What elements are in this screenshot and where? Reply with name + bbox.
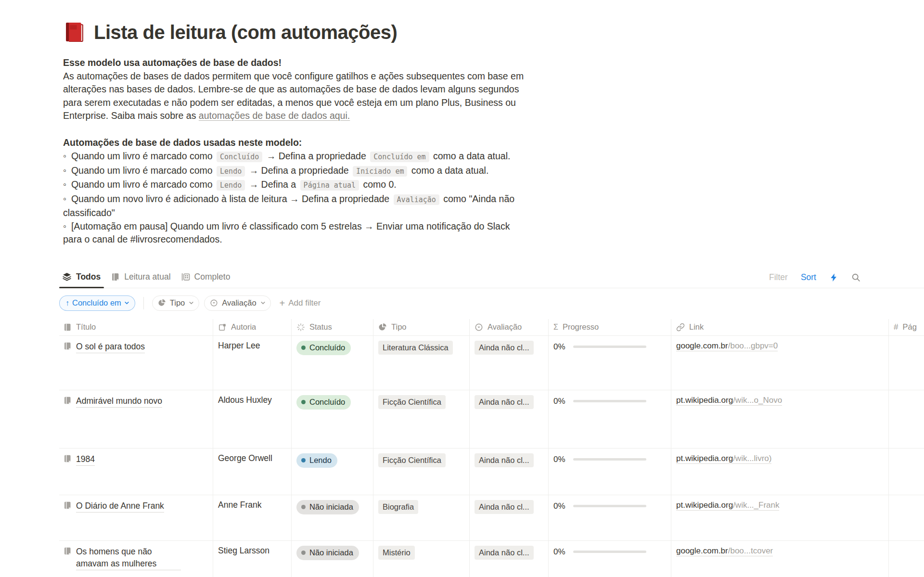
cell-status[interactable]: Não iniciada <box>291 495 373 540</box>
author-text: Harper Lee <box>218 341 260 350</box>
cell-link[interactable]: pt.wikipedia.org/wik...o_Novo <box>671 390 888 448</box>
book-title-link[interactable]: Os homens que não amavam as mulheres <box>76 546 181 570</box>
inline-code: Lendo <box>217 166 245 177</box>
book-title-link[interactable]: 1984 <box>76 453 95 466</box>
cell-status[interactable]: Concluído <box>291 390 373 448</box>
link-url[interactable]: google.com.br/boo...gbpv=0 <box>676 341 778 351</box>
tab-label: Completo <box>194 272 231 282</box>
column-header-tipo[interactable]: Tipo <box>373 319 469 335</box>
column-header-label: Pág <box>902 322 916 332</box>
column-header-link[interactable]: Link <box>671 319 888 335</box>
cell-tipo[interactable]: Literatura Clássica <box>373 336 469 390</box>
cell-autoria[interactable]: Anne Frank <box>213 495 291 540</box>
tipo-tag: Ficção Científica <box>378 453 446 467</box>
cell-avaliacao[interactable]: Ainda não cl... <box>469 449 548 495</box>
link-domain: pt.wikipedia.org <box>676 454 733 463</box>
inline-code: Concluído em <box>370 152 429 162</box>
book-title-link[interactable]: Admirável mundo novo <box>76 395 162 408</box>
bullet-text: → Defina a <box>246 179 298 190</box>
book-title-link[interactable]: O Diário de Anne Frank <box>76 500 164 513</box>
table-row: 1984George OrwellLendoFicção CientíficaA… <box>59 448 924 495</box>
column-header-avaliacao[interactable]: Avaliação <box>469 319 548 335</box>
cell-pagina[interactable] <box>888 336 924 390</box>
lightning-icon[interactable] <box>829 273 838 282</box>
tab-todos[interactable]: Todos <box>59 268 108 288</box>
tipo-tag: Ficção Científica <box>378 395 446 409</box>
cell-titulo[interactable]: 1984 <box>59 449 213 495</box>
avaliacao-tag: Ainda não cl... <box>475 453 534 467</box>
bullet-marker: ◦ <box>63 193 66 204</box>
cell-progresso[interactable]: 0% <box>548 541 671 577</box>
cell-autoria[interactable]: Stieg Larsson <box>213 541 291 577</box>
book-cell-icon <box>63 501 72 510</box>
sort-chip-concluido-em[interactable]: ↑ Concluído em <box>59 295 135 311</box>
arrow-up-icon: ↑ <box>65 299 69 308</box>
cell-link[interactable]: pt.wikipedia.org/wik..._Frank <box>671 495 888 540</box>
cell-status[interactable]: Não iniciada <box>291 541 373 577</box>
cell-autoria[interactable]: Aldous Huxley <box>213 390 291 448</box>
book-cell-icon <box>63 454 72 463</box>
cell-progresso[interactable]: 0% <box>548 449 671 495</box>
cell-link[interactable]: google.com.br/boo...tcover <box>671 541 888 577</box>
filter-button[interactable]: Filter <box>769 272 788 282</box>
sigma-icon: Σ <box>553 323 558 332</box>
database-section: Todos Leitura atual <box>59 268 924 577</box>
layers-icon <box>62 272 72 282</box>
cell-autoria[interactable]: George Orwell <box>213 449 291 495</box>
cell-tipo[interactable]: Ficção Científica <box>373 390 469 448</box>
filter-chip-tipo[interactable]: Tipo <box>152 295 200 311</box>
toolbar-actions: Filter Sort <box>769 272 924 282</box>
inline-code: Página atual <box>300 180 359 191</box>
cell-link[interactable]: google.com.br/boo...gbpv=0 <box>671 336 888 390</box>
cell-titulo[interactable]: O Diário de Anne Frank <box>59 495 213 540</box>
cell-tipo[interactable]: Biografia <box>373 495 469 540</box>
cell-progresso[interactable]: 0% <box>548 336 671 390</box>
column-header-label: Autoria <box>231 322 256 332</box>
cell-titulo[interactable]: Os homens que não amavam as mulheres <box>59 541 213 577</box>
add-filter-button[interactable]: + Add filter <box>280 298 321 308</box>
cell-pagina[interactable] <box>888 541 924 577</box>
cell-progresso[interactable]: 0% <box>548 390 671 448</box>
link-url[interactable]: pt.wikipedia.org/wik..._Frank <box>676 500 779 511</box>
cell-avaliacao[interactable]: Ainda não cl... <box>469 336 548 390</box>
doc-section: Lista de leitura (com automações) Esse m… <box>63 0 549 246</box>
cell-avaliacao[interactable]: Ainda não cl... <box>469 390 548 448</box>
cell-avaliacao[interactable]: Ainda não cl... <box>469 495 548 540</box>
cell-autoria[interactable]: Harper Lee <box>213 336 291 390</box>
filter-chip-avaliacao[interactable]: Avaliação <box>204 295 270 311</box>
books-table: TítuloAutoriaStatusTipoAvaliaçãoΣProgres… <box>59 319 924 577</box>
tab-completo[interactable]: Completo <box>178 268 238 288</box>
column-header-pag[interactable]: #Pág <box>888 319 924 335</box>
cell-titulo[interactable]: Admirável mundo novo <box>59 390 213 448</box>
column-header-label: Link <box>689 322 704 332</box>
cell-tipo[interactable]: Mistério <box>373 541 469 577</box>
cell-avaliacao[interactable]: Ainda não cl... <box>469 541 548 577</box>
cell-titulo[interactable]: O sol é para todos <box>59 336 213 390</box>
link-url[interactable]: google.com.br/boo...tcover <box>676 546 773 556</box>
tab-leitura-atual[interactable]: Leitura atual <box>108 268 178 288</box>
cell-progresso[interactable]: 0% <box>548 495 671 540</box>
column-header-status[interactable]: Status <box>291 319 373 335</box>
cell-tipo[interactable]: Ficção Científica <box>373 449 469 495</box>
search-icon[interactable] <box>851 273 860 282</box>
cell-status[interactable]: Concluído <box>291 336 373 390</box>
status-dot <box>301 458 306 462</box>
column-header-progresso[interactable]: ΣProgresso <box>548 319 671 335</box>
bullet-marker: ◦ <box>63 151 66 161</box>
link-path: /wik...o_Novo <box>733 396 782 405</box>
column-header-titulo[interactable]: Título <box>59 319 213 335</box>
table-row: O sol é para todosHarper LeeConcluídoLit… <box>59 335 924 390</box>
book-title-link[interactable]: O sol é para todos <box>76 341 145 353</box>
cell-link[interactable]: pt.wikipedia.org/wik...livro) <box>671 449 888 495</box>
sort-button[interactable]: Sort <box>801 272 816 282</box>
link-url[interactable]: pt.wikipedia.org/wik...o_Novo <box>676 396 782 406</box>
link-url[interactable]: pt.wikipedia.org/wik...livro) <box>676 454 771 464</box>
progress: 0% <box>553 453 666 464</box>
cell-pagina[interactable] <box>888 495 924 540</box>
progress-percent: 0% <box>553 455 565 464</box>
cell-pagina[interactable] <box>888 449 924 495</box>
column-header-autoria[interactable]: Autoria <box>213 319 291 335</box>
cell-pagina[interactable] <box>888 390 924 448</box>
automations-doc-link[interactable]: automações de base de dados aqui. <box>199 110 350 121</box>
cell-status[interactable]: Lendo <box>291 449 373 495</box>
